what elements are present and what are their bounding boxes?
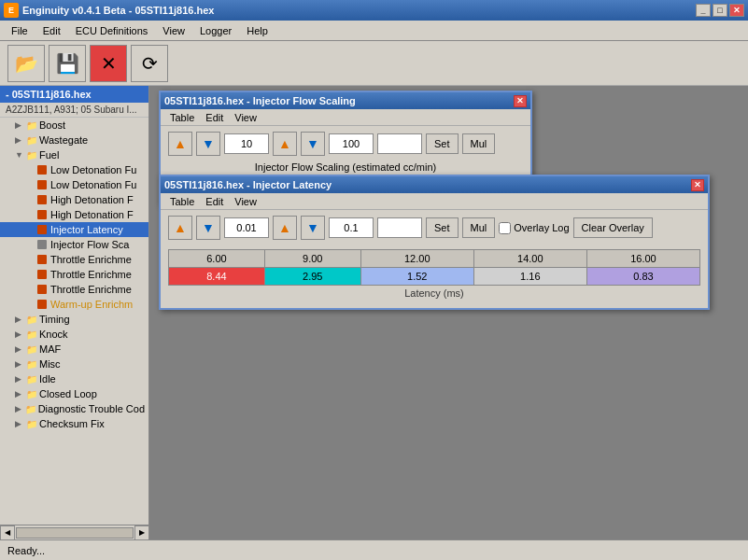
flow-menu: Table Edit View xyxy=(161,109,530,126)
expand-icon: ▶ xyxy=(15,404,23,413)
sidebar-item-high-det-1[interactable]: High Detonation F xyxy=(0,192,148,207)
latency-menu-table[interactable]: Table xyxy=(164,195,200,208)
ecu-btn[interactable]: 💾 xyxy=(49,45,86,82)
flow-up-btn[interactable]: ▲ xyxy=(168,132,192,156)
flow-down2-btn[interactable]: ▼ xyxy=(301,132,325,156)
latency-step2-input[interactable] xyxy=(329,217,374,238)
sidebar-item-idle[interactable]: ▶ 📁 Idle xyxy=(0,371,148,386)
flow-mul-btn[interactable]: Mul xyxy=(462,133,496,154)
sidebar-item-knock[interactable]: ▶ 📁 Knock xyxy=(0,327,148,342)
clear-overlay-btn[interactable]: Clear Overlay xyxy=(573,217,653,238)
latency-menu-edit[interactable]: Edit xyxy=(200,195,229,208)
expand-icon: ▶ xyxy=(15,344,24,354)
cell-4[interactable]: 0.83 xyxy=(586,268,699,286)
latency-menu-view[interactable]: View xyxy=(229,195,262,208)
cell-2[interactable]: 1.52 xyxy=(360,268,473,286)
latency-table-container: 6.00 9.00 12.00 14.00 16.00 8.44 2.95 1.… xyxy=(161,245,708,308)
sidebar-item-injector-flow[interactable]: Injector Flow Sca xyxy=(0,237,148,252)
latency-down2-btn[interactable]: ▼ xyxy=(301,216,325,240)
sidebar-item-injector-latency[interactable]: Injector Latency xyxy=(0,222,148,237)
latency-title-bar: 05STI11j816.hex - Injector Latency ✕ xyxy=(161,176,708,193)
latency-down-btn[interactable]: ▼ xyxy=(196,216,220,240)
col-header-0: 6.00 xyxy=(169,250,265,268)
sidebar-item-maf[interactable]: ▶ 📁 MAF xyxy=(0,342,148,357)
sidebar-item-throttle-3[interactable]: Throttle Enrichme xyxy=(0,282,148,297)
sidebar-item-fuel[interactable]: ▼ 📁 Fuel xyxy=(0,147,148,162)
latency-set-btn[interactable]: Set xyxy=(426,217,459,238)
latency-close-btn[interactable]: ✕ xyxy=(691,179,704,191)
sidebar-subtitle: A2ZJB111, A931; 05 Subaru I... xyxy=(0,103,148,118)
menu-ecu-definitions[interactable]: ECU Definitions xyxy=(68,23,156,38)
col-header-2: 12.00 xyxy=(360,250,473,268)
menu-edit[interactable]: Edit xyxy=(35,23,68,38)
menu-help[interactable]: Help xyxy=(239,23,275,38)
flow-down-btn[interactable]: ▼ xyxy=(196,132,220,156)
sidebar-label-knock: Knock xyxy=(39,329,68,340)
cell-0[interactable]: 8.44 xyxy=(169,268,265,286)
flow-step-input[interactable] xyxy=(224,133,269,154)
latency-up2-btn[interactable]: ▲ xyxy=(273,216,297,240)
scroll-right-btn[interactable]: ▶ xyxy=(134,525,149,540)
flow-menu-table[interactable]: Table xyxy=(164,111,200,124)
overlay-log-checkbox[interactable] xyxy=(499,222,511,234)
spacer xyxy=(26,225,35,234)
scroll-thumb[interactable] xyxy=(16,527,134,539)
table-row: 8.44 2.95 1.52 1.16 0.83 xyxy=(169,268,700,286)
sidebar-item-low-det-1[interactable]: Low Detonation Fu xyxy=(0,162,148,177)
sidebar-item-closed-loop[interactable]: ▶ 📁 Closed Loop xyxy=(0,386,148,401)
latency-row-label: Latency (ms) xyxy=(168,286,700,301)
refresh-btn[interactable]: ⟳ xyxy=(131,45,168,82)
expand-icon: ▶ xyxy=(15,120,24,130)
cell-3[interactable]: 1.16 xyxy=(473,268,586,286)
spacer xyxy=(26,270,35,279)
latency-step-input[interactable] xyxy=(224,217,269,238)
folder-icon: 📁 xyxy=(26,344,37,355)
cell-1[interactable]: 2.95 xyxy=(264,268,360,286)
menu-logger[interactable]: Logger xyxy=(192,23,239,38)
open-file-btn[interactable]: 📂 xyxy=(7,45,45,82)
close-file-btn[interactable]: ✕ xyxy=(90,45,127,82)
scroll-left-btn[interactable]: ◀ xyxy=(0,525,15,540)
menu-view[interactable]: View xyxy=(155,23,192,38)
flow-value-input[interactable] xyxy=(377,133,422,154)
sidebar-item-misc[interactable]: ▶ 📁 Misc xyxy=(0,357,148,371)
sidebar-item-throttle-2[interactable]: Throttle Enrichme xyxy=(0,267,148,282)
latency-up-btn[interactable]: ▲ xyxy=(168,216,192,240)
menu-file[interactable]: File xyxy=(4,23,35,38)
folder-icon: 📁 xyxy=(26,359,37,370)
sidebar-item-throttle-1[interactable]: Throttle Enrichme xyxy=(0,252,148,267)
sidebar-label-high-det-1: High Detonation F xyxy=(50,194,134,205)
flow-step2-input[interactable] xyxy=(329,133,374,154)
sidebar-item-warmup[interactable]: Warm-up Enrichm xyxy=(0,297,148,312)
minimize-btn[interactable]: _ xyxy=(696,4,711,17)
doc-icon xyxy=(37,165,47,175)
flow-close-btn[interactable]: ✕ xyxy=(514,95,527,107)
sidebar-item-checksum[interactable]: ▶ 📁 Checksum Fix xyxy=(0,416,148,431)
sidebar-label-throttle-2: Throttle Enrichme xyxy=(50,269,132,280)
latency-value-input[interactable] xyxy=(377,217,422,238)
sidebar-label-high-det-2: High Detonation F xyxy=(50,209,134,220)
sidebar-item-timing[interactable]: ▶ 📁 Timing xyxy=(0,312,148,327)
latency-mul-btn[interactable]: Mul xyxy=(462,217,496,238)
spacer xyxy=(26,285,35,294)
app-close-btn[interactable]: ✕ xyxy=(729,4,744,17)
flow-set-btn[interactable]: Set xyxy=(426,133,459,154)
flow-menu-edit[interactable]: Edit xyxy=(200,111,229,124)
status-bar: Ready... xyxy=(0,539,748,560)
sidebar-label-low-det-1: Low Detonation Fu xyxy=(50,164,136,175)
spacer xyxy=(26,210,35,219)
maximize-btn[interactable]: □ xyxy=(713,4,727,17)
sidebar-label-injector-flow: Injector Flow Sca xyxy=(50,239,129,250)
sidebar-item-boost[interactable]: ▶ 📁 Boost xyxy=(0,118,148,133)
sidebar: - 05STI11j816.hex A2ZJB111, A931; 05 Sub… xyxy=(0,86,149,539)
flow-menu-view[interactable]: View xyxy=(229,111,262,124)
sidebar-item-dtc[interactable]: ▶ 📁 Diagnostic Trouble Cod xyxy=(0,401,148,416)
sidebar-item-wastegate[interactable]: ▶ 📁 Wastegate xyxy=(0,133,148,147)
sidebar-item-high-det-2[interactable]: High Detonation F xyxy=(0,207,148,222)
doc-icon xyxy=(37,240,47,249)
spacer xyxy=(26,300,35,309)
sidebar-label-timing: Timing xyxy=(39,314,70,325)
flow-up2-btn[interactable]: ▲ xyxy=(273,132,297,156)
sidebar-item-low-det-2[interactable]: Low Detonation Fu xyxy=(0,177,148,192)
sidebar-hscroll[interactable]: ◀ ▶ xyxy=(0,525,149,539)
